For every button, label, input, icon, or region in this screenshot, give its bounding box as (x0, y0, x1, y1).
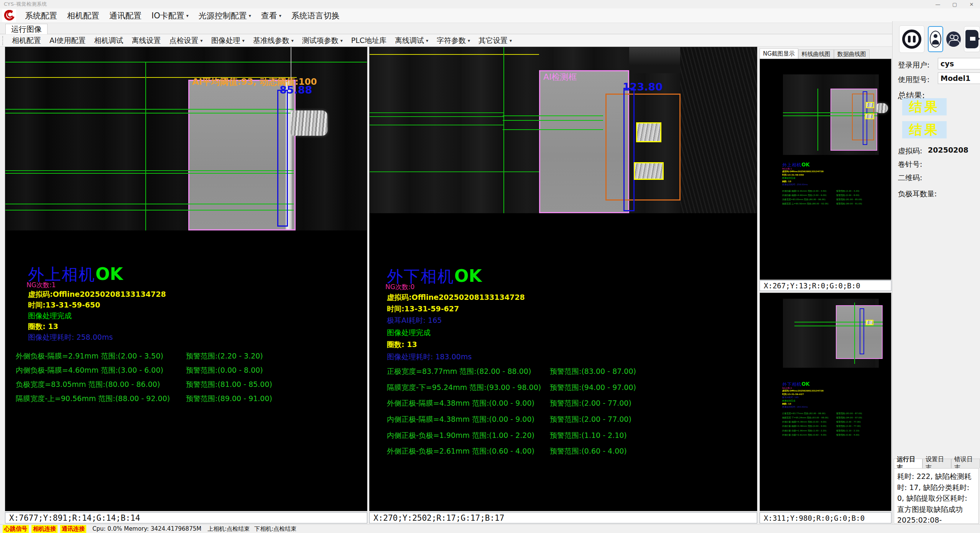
menu-light-control-config[interactable]: 光源控制配置▾ (194, 8, 256, 23)
measurement-text: 外侧正极-负极=2.61mm 范围:(0.60 - 4.00) (387, 446, 534, 456)
tab-run-log[interactable]: 运行日志 (894, 459, 922, 468)
tab-ng-screenshot[interactable]: NG截图显示 (760, 48, 798, 59)
titlebar: CYS-视觉检测系统 — ▢ ✕ (0, 0, 980, 8)
measurement-warn: 预警范围:(0.00 - 8.00) (186, 365, 263, 375)
menu-language-switch[interactable]: 系统语言切换 (286, 8, 345, 23)
dropdown-arrow-icon: ▾ (279, 13, 281, 18)
capture-time: 时间:13-31-59-627 (387, 304, 459, 314)
toolbar: 相机配置 AI使用配置 相机调试 离线设置 点检设置▾ 图像处理▾ 基准线参数▾… (0, 34, 980, 47)
tab-line-curve[interactable]: 料线曲线图 (798, 49, 834, 59)
window-controls: — ▢ ✕ (929, 0, 980, 8)
model-input[interactable]: Model1 (938, 72, 980, 84)
login-user-input[interactable]: cys (938, 58, 980, 69)
person-icon (930, 31, 941, 48)
dropdown-arrow-icon: ▾ (249, 13, 251, 18)
dropdown-arrow-icon: ▾ (510, 38, 512, 43)
model-label: 使用型号: (898, 75, 929, 85)
electrode-tab (876, 103, 888, 113)
camera1-image: AI平均阈值:93, 动态阈值:100 85.88 (5, 47, 367, 230)
camera1-coord-bar: X:7677;Y:891;R:14;G:14;B:14 (5, 512, 367, 523)
toolbar-grip[interactable] (2, 36, 5, 45)
dropdown-arrow-icon: ▾ (426, 38, 428, 43)
log-tabs: 运行日志 设置日志 错误日志 (894, 459, 980, 468)
measure-line (370, 112, 503, 113)
measure-vline (503, 47, 504, 213)
menu-view[interactable]: 查看▾ (256, 8, 286, 23)
window-title: CYS-视觉检测系统 (4, 1, 47, 8)
measure-line (503, 120, 603, 121)
dropdown-arrow-icon: ▾ (291, 38, 294, 43)
result-badge-2: 结果 (902, 121, 947, 138)
detect-box-blue (277, 90, 288, 227)
tool-char-params[interactable]: 字符参数▾ (432, 36, 474, 46)
measurement-warn: 预警范围:(81.00 - 85.00) (186, 380, 272, 390)
loop-count: 圈数: 13 (387, 340, 417, 350)
process-done: 图像处理完成 (387, 328, 431, 338)
measurement-text: 内侧正极-负极=1.90mm 范围:(1.00 - 2.20) (387, 431, 534, 441)
conveyor-region (680, 47, 757, 213)
measure-line (5, 173, 294, 174)
close-icon[interactable]: ✕ (963, 0, 980, 8)
logout-button[interactable] (964, 26, 980, 52)
process-time: 图像处理耗时: 258.00ms (28, 332, 113, 342)
tool-offline-settings[interactable]: 离线设置 (128, 36, 165, 46)
measurement-text: 隔膜宽度-下=95.24mm 范围:(93.00 - 98.00) (387, 383, 541, 393)
measurement-text: 内侧负极-隔膜=4.60mm 范围:(3.00 - 6.00) (16, 365, 163, 375)
tab-run-image[interactable]: 运行图像 (5, 24, 48, 34)
heartbeat-badge: 心跳信号 (3, 525, 29, 533)
virtual-code: 虚拟码:Offline20250208133134728 (28, 290, 166, 299)
run-log-text[interactable]: 耗时: 222, 缺陷检测耗时: 17, 缺陷分类耗时: 0, 缺陷提取分区耗时… (894, 468, 979, 524)
cpu-memory-text: Cpu: 0.0% Memory: 3424.41796875M (92, 525, 201, 532)
maximize-icon[interactable]: ▢ (946, 0, 963, 8)
users-button[interactable] (946, 27, 961, 51)
pause-icon (902, 30, 921, 49)
menu-comm-config[interactable]: 通讯配置 (104, 8, 146, 23)
measurement-warn: 预警范围:(0.60 - 4.00) (550, 446, 627, 456)
camera2-image: AI检测框 123.80 (370, 47, 757, 213)
thumbnail2-coord-bar: X:311;Y:980;R:0;G:0;B:0 (760, 512, 891, 523)
tool-spot-check-settings[interactable]: 点检设置▾ (165, 36, 207, 46)
user-button[interactable] (928, 26, 943, 52)
virtual-code: 虚拟码:Offline20250208133134728 (387, 293, 525, 303)
ng-thumbnail-1[interactable]: 外上相机OK NG次数:1 虚拟码:Offline202502081331347… (760, 59, 891, 280)
measure-line (794, 326, 883, 326)
login-user-label: 登录用户: (898, 60, 929, 70)
tab-error-log[interactable]: 错误日志 (951, 459, 980, 468)
camera2-coord-bar: X:270;Y:2502;R:17;G:17;B:17 (369, 512, 757, 523)
ng-thumbnail-2[interactable]: 外下相机OK NG次数:0 虚拟码:Offline202502081331347… (760, 293, 891, 511)
dropdown-arrow-icon: ▾ (201, 38, 203, 43)
measurement-text: 外侧正极-隔膜=4.38mm 范围:(0.00 - 9.00) (387, 398, 534, 408)
tool-plc-address-lib[interactable]: PLC地址库 (347, 36, 391, 46)
measure-line (5, 113, 294, 114)
camera1-view[interactable]: AI平均阈值:93, 动态阈值:100 85.88 外上相机OK NG次数:1 … (5, 47, 367, 511)
group-icon (946, 31, 961, 47)
virtual-code-value: 20250208 (928, 146, 968, 154)
dropdown-arrow-icon: ▾ (468, 38, 470, 43)
tab-data-curve[interactable]: 数据曲线图 (834, 49, 870, 59)
tool-camera-debug[interactable]: 相机调试 (90, 36, 128, 46)
menu-system-config[interactable]: 系统配置 (20, 8, 62, 23)
tool-offline-debug[interactable]: 离线调试▾ (391, 36, 432, 46)
tool-ai-use-config[interactable]: AI使用配置 (45, 36, 90, 46)
measure-line (503, 115, 603, 116)
detect-box-orange (605, 94, 681, 201)
pause-button[interactable] (899, 25, 924, 53)
tool-camera-config[interactable]: 相机配置 (8, 36, 45, 46)
baseline-green (5, 62, 367, 63)
tool-test-item-params[interactable]: 测试项参数▾ (298, 36, 347, 46)
dropdown-arrow-icon: ▾ (242, 38, 245, 43)
menu-camera-config[interactable]: 相机配置 (62, 8, 104, 23)
menu-io-card-config[interactable]: IO卡配置▾ (146, 8, 194, 23)
upper-cam-status: 上相机:点检结束 (207, 525, 250, 533)
tool-image-processing[interactable]: 图像处理▾ (207, 36, 249, 46)
measure-vline (854, 303, 855, 364)
dropdown-arrow-icon: ▾ (186, 13, 189, 18)
process-done: 图像处理完成 (28, 311, 72, 321)
ai-time: 极耳AI耗时: 165 (387, 316, 442, 326)
tool-other-settings[interactable]: 其它设置▾ (474, 36, 516, 46)
tool-baseline-params[interactable]: 基准线参数▾ (249, 36, 298, 46)
measure-value-text: 85.88 (280, 84, 312, 96)
minimize-icon[interactable]: — (929, 0, 946, 8)
tab-settings-log[interactable]: 设置日志 (922, 459, 951, 468)
camera2-view[interactable]: AI检测框 123.80 外下相机OK NG次数:0 虚拟码:Offline20… (369, 47, 757, 511)
